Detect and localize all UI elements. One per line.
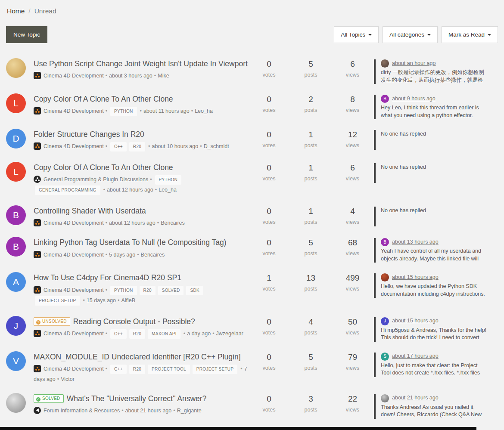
user-avatar-photo[interactable] bbox=[6, 58, 26, 78]
stat-votes-label: votes bbox=[248, 407, 290, 413]
username-link[interactable]: Bencaires bbox=[161, 220, 185, 226]
teaser-text[interactable]: dirty 一般是记录操作的更改，例如你想检测 发生的变化后，从而执行某些操作，… bbox=[381, 69, 488, 84]
user-avatar-photo[interactable] bbox=[6, 393, 26, 413]
teaser-avatar-photo[interactable] bbox=[381, 273, 389, 282]
topic-title-link[interactable]: Copy Color Of A Clone To An Other Clone bbox=[34, 95, 173, 103]
username-link[interactable]: Leo_ha bbox=[195, 108, 213, 114]
teaser-header: about 15 hours ago bbox=[381, 273, 488, 282]
tag[interactable]: PYTHON bbox=[110, 107, 137, 116]
teaser-text[interactable]: Hi mp5gosu & Andreas, Thanks for the hel… bbox=[381, 327, 488, 342]
tag[interactable]: PROJECT TOOL bbox=[148, 365, 190, 374]
tag[interactable]: R20 bbox=[129, 365, 145, 374]
username-link[interactable]: Bencaires bbox=[141, 252, 165, 258]
stat-votes-label: votes bbox=[248, 330, 290, 336]
user-avatar[interactable]: D bbox=[6, 129, 26, 148]
tag[interactable]: PROJECT SETUP bbox=[193, 365, 238, 374]
teaser-timestamp-link[interactable]: about 21 hours ago bbox=[392, 394, 439, 402]
topic-title-link[interactable]: Folder Structure Changes In R20 bbox=[34, 130, 144, 139]
teaser-timestamp-link[interactable]: about 9 hours ago bbox=[392, 95, 436, 103]
category-link[interactable]: General Programming & Plugin Discussions bbox=[44, 176, 148, 183]
category-icon-glyph bbox=[35, 179, 37, 181]
avatar-letter: L bbox=[13, 167, 19, 177]
topic-title-link[interactable]: Controlling Shader With Userdata bbox=[34, 207, 146, 215]
tag[interactable]: PROJECT SETUP bbox=[35, 296, 80, 306]
teaser-text[interactable]: Hey Leo, I think this thread from earlie… bbox=[381, 104, 488, 119]
tag[interactable]: MAXON API bbox=[148, 329, 180, 339]
topic-title-link[interactable]: MAXON_MODULE_ID Undeclared Identifier [R… bbox=[34, 353, 241, 361]
category-link[interactable]: Cinema 4D Development bbox=[44, 366, 104, 372]
topic-title-link[interactable]: Reading Console Output - Possible? bbox=[73, 317, 195, 326]
teaser-avatar[interactable]: J bbox=[381, 317, 389, 325]
topic-timestamp: 5 days ago bbox=[109, 252, 135, 258]
all-topics-dropdown[interactable]: All Topics bbox=[334, 26, 379, 43]
teaser-text[interactable]: Hello, we have updated the Python SDK do… bbox=[381, 283, 488, 298]
topic-title: ?UNSOLVEDReading Console Output - Possib… bbox=[34, 316, 248, 327]
tag[interactable]: C++ bbox=[110, 365, 127, 374]
user-avatar[interactable]: B bbox=[6, 237, 26, 257]
user-avatar[interactable]: V bbox=[6, 351, 26, 371]
tag[interactable]: SDK bbox=[186, 286, 203, 295]
username-link[interactable]: Mike bbox=[158, 73, 169, 79]
category-link[interactable]: Cinema 4D Development bbox=[44, 108, 104, 114]
tag[interactable]: GENERAL PROGRAMMING bbox=[35, 186, 100, 195]
stat-votes-value: 0 bbox=[248, 95, 290, 104]
tag[interactable]: R20 bbox=[140, 286, 156, 295]
no-reply-text: No one has replied bbox=[381, 130, 488, 138]
stat-posts: 5posts bbox=[290, 353, 332, 371]
stat-posts-label: posts bbox=[290, 219, 332, 225]
unsolved-badge: ?UNSOLVED bbox=[34, 317, 70, 326]
stat-votes: 0votes bbox=[248, 238, 290, 257]
username-link[interactable]: D_schmidt bbox=[204, 143, 229, 149]
username-link[interactable]: R_gigante bbox=[177, 408, 202, 414]
username-link[interactable]: Jwzegelaar bbox=[216, 331, 243, 337]
tag[interactable]: SOLVED bbox=[158, 286, 184, 295]
username-link[interactable]: AlfieB bbox=[121, 297, 135, 303]
teaser-avatar[interactable]: S bbox=[381, 353, 389, 361]
teaser-text[interactable]: Yeah I have control of all my userdata a… bbox=[381, 247, 488, 263]
teaser-timestamp-link[interactable]: about 15 hours ago bbox=[392, 317, 439, 325]
topic-title-link[interactable]: How To Use C4dpy For Cinema4D R20 SP1 bbox=[34, 273, 181, 282]
teaser-avatar[interactable]: B bbox=[381, 238, 389, 246]
category-link[interactable]: Cinema 4D Development bbox=[44, 331, 104, 337]
user-avatar[interactable]: B bbox=[6, 205, 26, 225]
teaser-text[interactable]: Thanks Andreas! As usual you nailed it d… bbox=[381, 404, 488, 419]
tag[interactable]: R20 bbox=[129, 329, 145, 339]
topic-title-link[interactable]: Copy Color Of A Clone To An Other Clone bbox=[34, 163, 173, 172]
teaser-timestamp-link[interactable]: about 13 hours ago bbox=[392, 238, 439, 246]
teaser-timestamp-link[interactable]: about 17 hours ago bbox=[392, 353, 439, 360]
teaser-avatar-photo[interactable] bbox=[381, 59, 389, 68]
topic-title-link[interactable]: What's The "Universally Correct" Answer? bbox=[67, 394, 207, 403]
topic-title-link[interactable]: Linking Python Tag Userdata To Null (Ie … bbox=[34, 238, 226, 247]
user-avatar[interactable]: L bbox=[6, 93, 26, 113]
mark-as-read-dropdown[interactable]: Mark as Read bbox=[442, 26, 498, 43]
category-link[interactable]: Forum Information & Resources bbox=[44, 408, 120, 414]
tag[interactable]: C++ bbox=[110, 142, 127, 152]
topic-title-link[interactable]: Use Python Script Change Joint Weight Is… bbox=[34, 59, 248, 68]
tag[interactable]: R20 bbox=[129, 142, 145, 152]
user-avatar[interactable]: A bbox=[6, 272, 26, 292]
category-link[interactable]: Cinema 4D Development bbox=[44, 143, 104, 149]
tag[interactable]: C++ bbox=[110, 329, 127, 339]
stat-posts-value: 2 bbox=[290, 95, 332, 104]
teaser-avatar[interactable]: B bbox=[381, 95, 389, 103]
category-link[interactable]: Cinema 4D Development bbox=[44, 252, 104, 258]
username-link[interactable]: Leo_ha bbox=[159, 187, 177, 193]
user-avatar[interactable]: L bbox=[6, 162, 26, 182]
category-link[interactable]: Cinema 4D Development bbox=[44, 287, 104, 293]
all-categories-dropdown[interactable]: All categories bbox=[383, 26, 438, 43]
category-link[interactable]: Cinema 4D Development bbox=[44, 220, 104, 226]
teaser: No one has replied bbox=[374, 205, 491, 226]
teaser-avatar-photo[interactable] bbox=[381, 394, 389, 402]
breadcrumb-home-link[interactable]: Home bbox=[7, 7, 25, 15]
teaser-timestamp-link[interactable]: about an hour ago bbox=[392, 60, 436, 68]
topic-meta: Cinema 4D Development•PYTHONR20SOLVEDSDK… bbox=[34, 286, 248, 306]
new-topic-button[interactable]: New Topic bbox=[6, 26, 47, 43]
user-avatar[interactable]: J bbox=[6, 316, 26, 336]
tag[interactable]: PYTHON bbox=[155, 175, 181, 185]
username-link[interactable]: Victor bbox=[61, 376, 75, 382]
teaser-text[interactable]: Hello, just to make that clear: the Proj… bbox=[381, 362, 488, 377]
category-link[interactable]: Cinema 4D Development bbox=[44, 73, 104, 79]
teaser-timestamp-link[interactable]: about 15 hours ago bbox=[392, 274, 439, 282]
tag[interactable]: PYTHON bbox=[110, 286, 137, 295]
chevron-down-icon bbox=[488, 34, 491, 36]
